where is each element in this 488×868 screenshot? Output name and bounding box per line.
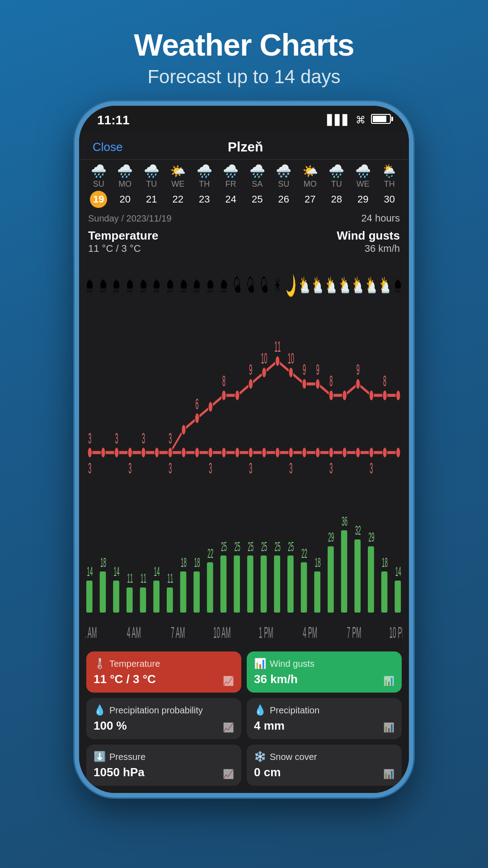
close-button[interactable]: Close: [93, 140, 122, 154]
day-col-8[interactable]: 🌤️ MO 27: [297, 165, 324, 208]
svg-text:9: 9: [316, 361, 319, 378]
svg-point-64: [101, 447, 106, 458]
svg-text:22: 22: [207, 545, 213, 561]
day-col-1[interactable]: 🌧️ MO 20: [112, 165, 139, 208]
svg-point-78: [289, 447, 293, 458]
svg-point-32: [195, 412, 199, 424]
card-title-temperature: Temperature: [109, 659, 160, 669]
svg-text:36: 36: [342, 513, 347, 528]
svg-text:3: 3: [115, 429, 118, 446]
svg-rect-13: [261, 556, 267, 613]
day-col-7[interactable]: 🌨️ SU 26: [271, 165, 297, 208]
day-weather-icon-6: 🌧️: [249, 165, 265, 178]
cards-grid: 🌡️ Temperature 11 °C / 3 °C 📈 📊 Wind gus…: [79, 647, 409, 793]
svg-text:9: 9: [357, 361, 360, 378]
svg-text:🌧: 🌧: [113, 274, 121, 297]
day-number-9: 28: [328, 191, 345, 208]
svg-point-86: [396, 447, 400, 458]
svg-text:25: 25: [288, 538, 294, 554]
day-label-8: MO: [304, 179, 317, 189]
svg-text:⛅: ⛅: [326, 274, 336, 298]
card-title-wind_gusts: Wind gusts: [270, 659, 314, 669]
status-icons: ▋▋▋ ⌘: [327, 114, 391, 127]
day-number-3: 22: [169, 191, 187, 208]
svg-point-77: [275, 447, 280, 458]
svg-text:11: 11: [274, 338, 281, 355]
svg-rect-12: [247, 556, 253, 613]
svg-text:25: 25: [261, 538, 267, 554]
day-col-6[interactable]: 🌧️ SA 25: [244, 165, 271, 208]
svg-point-73: [222, 447, 226, 458]
svg-point-70: [182, 447, 186, 458]
day-col-9[interactable]: 🌧️ TU 28: [324, 165, 350, 208]
day-col-11[interactable]: 🌦️ TH 30: [376, 165, 403, 208]
svg-point-66: [128, 447, 132, 458]
svg-point-31: [182, 424, 186, 435]
svg-rect-10: [221, 556, 227, 613]
day-weather-icon-8: 🌤️: [302, 165, 318, 178]
day-col-10[interactable]: 🌧️ WE 29: [350, 165, 376, 208]
svg-text:3: 3: [128, 459, 131, 476]
svg-text:22: 22: [301, 545, 307, 561]
svg-text:🌧: 🌧: [99, 274, 108, 297]
svg-text:🌧: 🌧: [394, 274, 402, 297]
svg-text:18: 18: [382, 554, 388, 570]
svg-point-71: [195, 447, 199, 458]
svg-text:🌧: 🌧: [126, 274, 134, 297]
svg-rect-15: [287, 556, 294, 613]
card-pressure[interactable]: ⬇️ Pressure 1050 hPa 📈: [86, 745, 241, 786]
day-col-0[interactable]: 🌧️ SU 19: [85, 165, 112, 208]
svg-point-37: [262, 367, 267, 378]
svg-point-33: [208, 401, 213, 412]
svg-text:8: 8: [329, 373, 333, 389]
svg-text:⛅: ⛅: [300, 274, 310, 298]
card-precip_prob[interactable]: 💧 Precipitation probability 100 % 📈: [86, 698, 241, 739]
svg-text:9: 9: [303, 361, 306, 378]
svg-rect-3: [127, 587, 133, 613]
card-snow_cover[interactable]: ❄️ Snow cover 0 cm 📊: [247, 745, 402, 786]
svg-text:3: 3: [370, 459, 373, 476]
day-weather-icon-5: 🌧️: [223, 165, 239, 178]
card-temperature[interactable]: 🌡️ Temperature 11 °C / 3 °C 📈: [86, 651, 241, 693]
status-time: 11:11: [97, 113, 130, 127]
svg-point-72: [208, 447, 213, 458]
day-weather-icon-1: 🌧️: [117, 165, 133, 178]
svg-text:11: 11: [141, 571, 146, 586]
svg-text:1 AM: 1 AM: [85, 623, 97, 642]
svg-point-39: [289, 367, 293, 378]
svg-point-75: [249, 447, 253, 458]
day-weather-icon-10: 🌧️: [355, 165, 371, 178]
card-icon-temperature: 🌡️: [94, 658, 106, 670]
chart-left-sub: 11 °C / 3 °C: [88, 243, 159, 255]
svg-text:25: 25: [248, 538, 253, 554]
day-col-3[interactable]: 🌤️ WE 22: [165, 165, 192, 208]
day-weather-icon-7: 🌨️: [276, 165, 291, 178]
day-label-9: TU: [331, 179, 342, 189]
day-number-0: 19: [90, 191, 107, 208]
day-col-2[interactable]: 🌧️ TU 21: [138, 165, 165, 208]
svg-text:8: 8: [383, 373, 386, 389]
svg-point-67: [141, 447, 146, 458]
svg-point-36: [249, 378, 253, 390]
svg-text:🌧: 🌧: [220, 274, 228, 297]
day-col-4[interactable]: 🌧️ TH 23: [191, 165, 218, 208]
card-chart-icon-pressure: 📈: [223, 769, 234, 779]
day-number-10: 29: [354, 191, 371, 208]
day-col-5[interactable]: 🌧️ FR 24: [218, 165, 244, 208]
svg-text:⛅: ⛅: [313, 274, 323, 298]
page-title: Weather Charts: [134, 27, 354, 62]
svg-text:🌧: 🌧: [206, 274, 215, 297]
city-name: Plzeň: [228, 139, 263, 155]
svg-rect-17: [314, 571, 320, 613]
svg-text:29: 29: [328, 529, 334, 545]
card-precipitation[interactable]: 💧 Precipitation 4 mm 📊: [247, 698, 402, 739]
card-wind_gusts[interactable]: 📊 Wind gusts 36 km/h 📊: [247, 651, 402, 693]
svg-text:11: 11: [167, 571, 173, 586]
day-weather-icon-0: 🌧️: [91, 165, 107, 178]
svg-text:3: 3: [209, 459, 212, 476]
card-value-pressure: 1050 hPa: [94, 765, 145, 779]
svg-text:14: 14: [154, 563, 160, 579]
weather-icons-row: 🌧️ SU 19 🌧️ MO 20 🌧️ TU 21 🌤️ WE 22 🌧️ T…: [79, 165, 409, 208]
svg-point-69: [168, 447, 173, 458]
day-weather-icon-3: 🌤️: [170, 165, 186, 178]
